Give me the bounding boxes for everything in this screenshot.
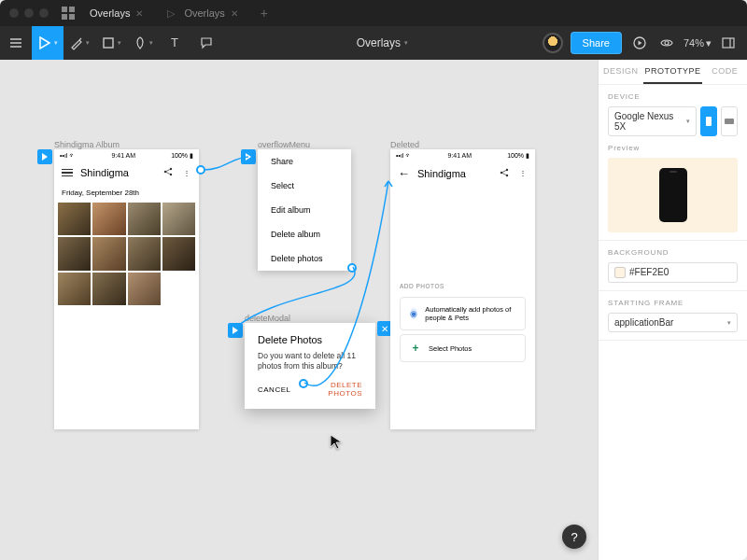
- phone-icon: [659, 168, 687, 222]
- pen-tool[interactable]: ▾: [63, 26, 95, 60]
- panel-toggle[interactable]: [719, 26, 738, 60]
- frame-delete-modal[interactable]: ✕ Delete Photos Do you want to delete al…: [245, 323, 375, 409]
- status-battery: 100% ▮: [507, 152, 529, 160]
- svg-text:T: T: [171, 35, 178, 49]
- tab-overlays-1[interactable]: Overlays ✕: [80, 0, 152, 26]
- orientation-portrait[interactable]: [700, 106, 717, 136]
- document-title[interactable]: Overlays ▾: [222, 36, 543, 49]
- prototype-tool[interactable]: ▾: [32, 26, 63, 60]
- menu-item-share[interactable]: Share: [258, 149, 351, 174]
- close-tab-icon[interactable]: ✕: [135, 8, 143, 19]
- frame-shindigma-album[interactable]: ••ıl ᯤ 9:41 AM 100% ▮ Shindigma ⋮ Friday…: [54, 149, 199, 429]
- photo-thumb[interactable]: [58, 203, 91, 235]
- connection-node[interactable]: [299, 379, 308, 388]
- page-title: Shindigma: [80, 167, 129, 178]
- card-auto-add[interactable]: ◉ Automatically add photos of people & P…: [400, 297, 526, 330]
- menu-item-select[interactable]: Select: [258, 174, 351, 198]
- vector-tool[interactable]: ▾: [127, 26, 159, 60]
- starting-frame-select[interactable]: applicationBar ▾: [608, 313, 738, 332]
- frame-proto-badge[interactable]: [228, 323, 243, 338]
- app-window: Overlays ✕ ▷ Overlays ✕ + ▾ ▾ ▾: [0, 0, 747, 560]
- frame-proto-badge[interactable]: [241, 149, 256, 164]
- status-bar: ••ıl ᯤ 9:41 AM 100% ▮: [390, 149, 535, 162]
- photo-thumb[interactable]: [128, 237, 161, 270]
- chevron-down-icon: ▾: [706, 37, 712, 49]
- photo-thumb[interactable]: [58, 273, 91, 305]
- photo-thumb[interactable]: [128, 273, 161, 305]
- close-tab-icon[interactable]: ✕: [231, 8, 238, 19]
- frame-label[interactable]: Shindigma Album: [54, 140, 120, 149]
- frame-label[interactable]: overflowMenu: [258, 140, 310, 149]
- globe-icon: ◉: [410, 308, 417, 319]
- card-select-photos[interactable]: + Select Photos: [400, 334, 526, 362]
- photo-thumb[interactable]: [92, 203, 125, 235]
- window-controls[interactable]: [9, 8, 49, 18]
- avatar[interactable]: [543, 33, 563, 53]
- delete-photos-button[interactable]: DELETE PHOTOS: [300, 381, 362, 398]
- photo-thumb[interactable]: [92, 237, 125, 270]
- maximize-icon[interactable]: [39, 8, 49, 18]
- app-switcher-icon[interactable]: [62, 7, 75, 20]
- tab-prototype[interactable]: PROTOTYPE: [643, 60, 703, 84]
- cursor-icon: [329, 433, 345, 450]
- menu-button[interactable]: [0, 26, 32, 60]
- photo-thumb[interactable]: [92, 273, 125, 305]
- signal-icon: ••ıl ᯤ: [60, 152, 76, 160]
- comment-tool[interactable]: [190, 26, 222, 60]
- frame-deleted[interactable]: ••ıl ᯤ 9:41 AM 100% ▮ ← Shindigma ⋮ ADD …: [390, 149, 535, 429]
- background-color-input[interactable]: #FEF2E0: [608, 262, 738, 283]
- device-select[interactable]: Google Nexus 5X ▾: [608, 106, 697, 136]
- connection-node[interactable]: [196, 165, 205, 175]
- chevron-down-icon: ▾: [54, 39, 58, 47]
- section-label: BACKGROUND: [608, 248, 738, 257]
- menu-item-delete-photos[interactable]: Delete photos: [258, 246, 351, 271]
- more-icon[interactable]: ⋮: [519, 169, 528, 177]
- status-time: 9:41 AM: [111, 152, 135, 160]
- svg-point-11: [506, 174, 508, 175]
- photo-thumb[interactable]: [162, 203, 195, 235]
- frame-overflow-menu[interactable]: Share Select Edit album Delete album Del…: [258, 149, 351, 271]
- plus-icon: +: [410, 343, 421, 354]
- cancel-button[interactable]: CANCEL: [258, 385, 290, 394]
- shape-tool[interactable]: ▾: [95, 26, 127, 60]
- svg-point-6: [164, 171, 166, 173]
- app-bar: Shindigma ⋮: [54, 162, 199, 185]
- tab-overlays-2[interactable]: ▷ Overlays ✕: [158, 0, 247, 26]
- menu-item-edit-album[interactable]: Edit album: [258, 198, 351, 222]
- help-button[interactable]: ?: [562, 525, 586, 549]
- back-icon[interactable]: ←: [398, 166, 410, 180]
- photo-thumb[interactable]: [58, 237, 91, 270]
- color-swatch: [614, 267, 626, 278]
- svg-point-7: [170, 168, 172, 170]
- canvas[interactable]: Shindigma Album ••ıl ᯤ 9:41 AM 100% ▮ Sh…: [0, 60, 598, 560]
- modal-body: Do you want to delete all 11 photos from…: [258, 351, 362, 371]
- text-tool[interactable]: T: [159, 26, 190, 60]
- view-button[interactable]: [657, 26, 676, 60]
- frame-proto-badge[interactable]: [37, 149, 52, 164]
- tab-code[interactable]: CODE: [702, 60, 747, 84]
- device-preview: [608, 158, 738, 232]
- minimize-icon[interactable]: [24, 8, 34, 18]
- play-icon: ▷: [167, 7, 175, 20]
- zoom-control[interactable]: 74% ▾: [684, 37, 712, 49]
- share-icon[interactable]: [499, 167, 510, 180]
- frame-label[interactable]: Deleted: [390, 140, 419, 149]
- tab-design[interactable]: DESIGN: [599, 60, 643, 84]
- titlebar: Overlays ✕ ▷ Overlays ✕ +: [0, 0, 747, 26]
- present-button[interactable]: [629, 26, 650, 60]
- orientation-landscape[interactable]: [721, 106, 738, 136]
- hamburger-icon[interactable]: [62, 169, 73, 177]
- connection-node[interactable]: [347, 263, 357, 273]
- svg-point-9: [500, 171, 502, 173]
- status-time: 9:41 AM: [447, 152, 472, 160]
- photo-thumb[interactable]: [162, 237, 195, 270]
- frame-label[interactable]: deleteModal: [245, 314, 290, 323]
- menu-item-delete-album[interactable]: Delete album: [258, 222, 351, 246]
- more-icon[interactable]: ⋮: [183, 169, 191, 177]
- svg-point-10: [506, 168, 508, 170]
- share-button[interactable]: Share: [571, 32, 622, 54]
- share-icon[interactable]: [162, 166, 174, 179]
- close-icon[interactable]: [9, 8, 19, 18]
- photo-thumb[interactable]: [128, 203, 161, 235]
- add-tab-button[interactable]: +: [253, 6, 275, 21]
